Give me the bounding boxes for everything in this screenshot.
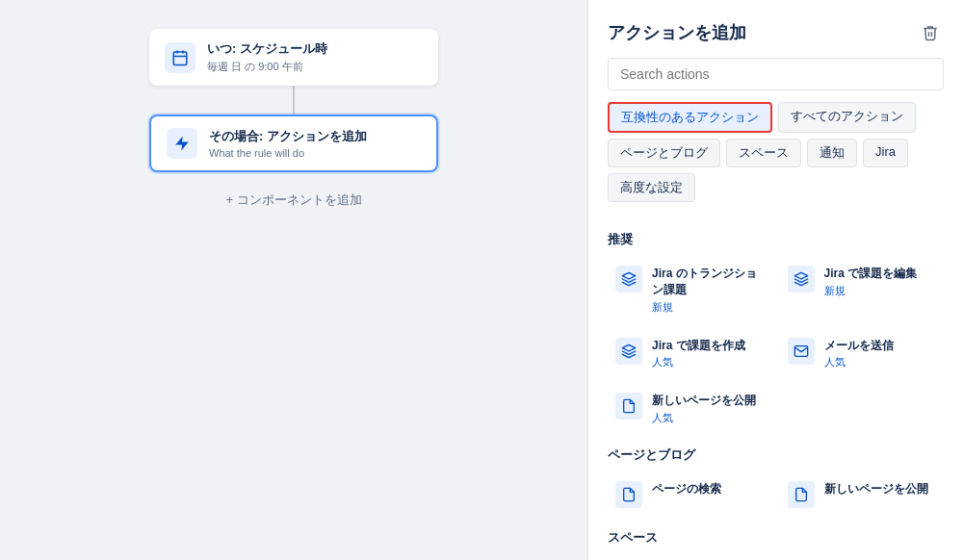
- send-mail-name: メールを送信: [824, 338, 894, 354]
- search-page-text: ページの検索: [652, 481, 721, 497]
- section-space-title: スペース: [608, 529, 944, 547]
- jira-edit-icon: [788, 266, 815, 293]
- jira-create-icon: [615, 338, 642, 365]
- action-node-subtitle: What the rule will do: [209, 147, 367, 159]
- tab-jira[interactable]: Jira: [863, 139, 908, 167]
- jira-edit-text: Jira で課題を編集 新規: [824, 266, 918, 298]
- content-area: 推奨 Jira のトランジション課題 新規: [588, 210, 963, 560]
- action-node[interactable]: その場合: アクションを追加 What the rule will do: [149, 115, 438, 172]
- svg-marker-4: [175, 137, 189, 151]
- send-mail-badge: 人気: [824, 355, 894, 369]
- filter-tabs: 互換性のあるアクション すべてのアクション ページとブログ スペース 通知 Ji…: [588, 102, 963, 210]
- publish-page-rec-name: 新しいページを公開: [652, 393, 756, 409]
- search-input[interactable]: [608, 58, 944, 90]
- panel-header: アクションを追加: [588, 0, 963, 58]
- jira-transition-icon: [615, 266, 642, 293]
- add-component-label: + コンポーネントを追加: [225, 191, 361, 209]
- calendar-icon: [165, 42, 195, 73]
- section-pages-blogs-title: ページとブログ: [608, 446, 944, 464]
- tab-all-actions[interactable]: すべてのアクション: [778, 102, 916, 133]
- publish-page-rec-icon: [615, 393, 642, 420]
- jira-transition-name: Jira のトランジション課題: [652, 266, 765, 298]
- jira-transition-text: Jira のトランジション課題 新規: [652, 266, 765, 315]
- action-create-space[interactable]: スペースを作成: [608, 556, 772, 560]
- publish-page-icon: [788, 481, 815, 508]
- jira-edit-name: Jira で課題を編集: [824, 266, 918, 282]
- action-search-page[interactable]: ページの検索: [608, 473, 772, 516]
- schedule-node[interactable]: いつ: スケジュール時 毎週 日 の 9:00 午前: [149, 29, 438, 86]
- schedule-node-text: いつ: スケジュール時 毎週 日 の 9:00 午前: [207, 40, 327, 74]
- publish-page-rec-badge: 人気: [652, 411, 756, 425]
- left-panel: いつ: スケジュール時 毎週 日 の 9:00 午前 その場合: アクションを追…: [0, 0, 587, 560]
- send-mail-text: メールを送信 人気: [824, 338, 894, 370]
- space-grid: スペースを作成: [608, 556, 944, 560]
- action-publish-page-rec[interactable]: 新しいページを公開 人気: [608, 385, 772, 433]
- jira-transition-badge: 新規: [652, 300, 765, 315]
- jira-create-badge: 人気: [652, 355, 745, 369]
- action-node-title: その場合: アクションを追加: [209, 128, 367, 145]
- tab-compatible-actions[interactable]: 互換性のあるアクション: [608, 102, 772, 133]
- schedule-node-subtitle: 毎週 日 の 9:00 午前: [207, 60, 327, 74]
- tab-notification[interactable]: 通知: [807, 139, 857, 167]
- action-publish-page[interactable]: 新しいページを公開: [780, 473, 945, 516]
- jira-create-text: Jira で課題を作成 人気: [652, 338, 745, 370]
- search-box: [608, 58, 944, 90]
- jira-edit-badge: 新規: [824, 284, 918, 298]
- bolt-icon: [167, 128, 197, 159]
- svg-rect-0: [173, 52, 187, 65]
- search-page-icon: [615, 481, 642, 508]
- send-mail-icon: [788, 338, 815, 365]
- tab-space[interactable]: スペース: [726, 139, 801, 167]
- publish-page-text: 新しいページを公開: [824, 481, 928, 497]
- publish-page-rec-text: 新しいページを公開 人気: [652, 393, 756, 425]
- right-panel: アクションを追加 互換性のあるアクション すべてのアクション ページとブログ ス…: [587, 0, 963, 560]
- action-jira-edit[interactable]: Jira で課題を編集 新規: [780, 258, 945, 322]
- action-jira-transition[interactable]: Jira のトランジション課題 新規: [608, 258, 772, 322]
- tab-advanced[interactable]: 高度な設定: [608, 173, 695, 202]
- pages-blogs-grid: ページの検索 新しいページを公開: [608, 473, 944, 516]
- connector-line-1: [293, 86, 295, 115]
- action-jira-create[interactable]: Jira で課題を作成 人気: [608, 330, 772, 378]
- tab-pages-blogs[interactable]: ページとブログ: [608, 139, 720, 167]
- recommended-grid: Jira のトランジション課題 新規 Jira で課題を編集 新規: [608, 258, 944, 433]
- schedule-node-title: いつ: スケジュール時: [207, 40, 327, 58]
- add-component-button[interactable]: + コンポーネントを追加: [225, 191, 361, 209]
- jira-create-name: Jira で課題を作成: [652, 338, 745, 354]
- trash-icon[interactable]: [917, 19, 944, 46]
- action-node-text: その場合: アクションを追加 What the rule will do: [209, 128, 367, 159]
- search-page-name: ページの検索: [652, 481, 721, 497]
- publish-page-name: 新しいページを公開: [824, 481, 928, 497]
- panel-title: アクションを追加: [608, 21, 746, 44]
- action-send-mail[interactable]: メールを送信 人気: [780, 330, 945, 378]
- section-recommended-title: 推奨: [608, 231, 944, 248]
